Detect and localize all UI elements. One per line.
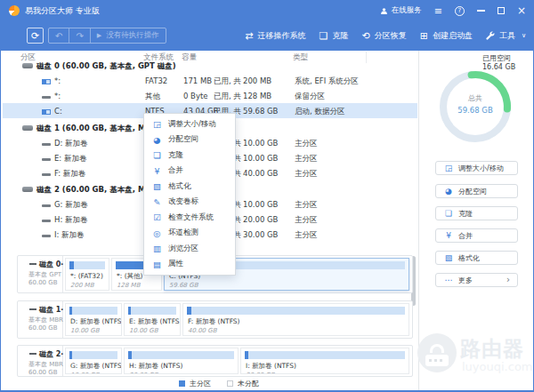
drive-icon <box>29 308 36 310</box>
table-row[interactable]: *:FAT32 171 MB已用, 共 200 MB系统, EFI 系统分区 <box>3 73 417 88</box>
close-button[interactable]: × <box>517 6 526 15</box>
more-button[interactable]: ⋯ 更多 › <box>435 273 518 287</box>
tools-label: 工具 <box>499 30 515 42</box>
person-icon <box>380 7 388 15</box>
diskmap-partition[interactable]: H: 新加卷 (NTFS) 20.00 GB <box>124 348 239 374</box>
allocate-space-icon: ◕ <box>152 135 162 145</box>
tools-button[interactable]: 工具 ∨ <box>486 30 526 42</box>
partition-recovery-button[interactable]: ⟲ 分区恢复 <box>361 30 406 42</box>
migrate-os-label: 迁移操作系统 <box>258 30 306 42</box>
donut-center-text: 总共 59.68 GB <box>435 93 515 115</box>
merge-icon: ¥ <box>152 166 162 176</box>
app-logo-icon <box>9 5 20 16</box>
clone-icon: ❏ <box>444 209 453 218</box>
minimize-button[interactable] <box>477 10 485 12</box>
create-boot-disk-button[interactable]: ⊞ 创建启动盘 <box>420 30 473 42</box>
partition-icon <box>42 79 51 84</box>
format-icon: ▧ <box>444 253 453 262</box>
more-icon: ⋯ <box>444 276 453 284</box>
migrate-os-button[interactable]: ⇄ 迁移操作系统 <box>245 30 305 42</box>
migrate-os-icon: ⇄ <box>245 30 253 42</box>
execute-operations-button[interactable]: ▶ 没有待执行操作 <box>90 28 166 43</box>
allocate-space-button[interactable]: ◕ 分配空间 <box>435 184 518 198</box>
redo-button[interactable]: ↷ <box>69 28 89 43</box>
clone-icon: ❏ <box>152 150 162 160</box>
format-icon: ▧ <box>152 181 162 191</box>
maximize-button[interactable] <box>498 7 505 14</box>
partition-icon <box>42 173 51 176</box>
allocate-space-icon: ◕ <box>444 187 453 196</box>
disk0-label: 磁盘 0· 基本盘 GPT 60.00 GB <box>18 256 63 292</box>
merge-button[interactable]: ¥ 合并 <box>435 228 518 243</box>
diskmap-partition[interactable]: E: 新加卷 (NTFS) 10.00 GB <box>124 303 181 336</box>
clone-toolbar-button[interactable]: ❏ 克隆 <box>320 30 349 42</box>
help-icon[interactable]: ? <box>455 6 465 16</box>
disk-group-row[interactable]: 磁盘 0 (60.00 GB, 基本盘, GPT 磁盘) <box>3 58 417 73</box>
diskmap-partition[interactable]: G: 新加卷 (NTFS) 10.00 GB <box>65 348 122 374</box>
watermark-title: 路由器 <box>460 335 524 363</box>
refresh-button[interactable]: ⟳ <box>27 28 44 44</box>
menu-item-clone[interactable]: ❏克隆 <box>144 148 235 164</box>
menu-item-merge[interactable]: ¥合并 <box>144 164 235 180</box>
online-service-button[interactable]: 在线服务 <box>380 5 422 16</box>
diskmap-disk2: 磁盘 2· 基本盘 MBR 60.00 GB G: 新加卷 (NTFS) 10.… <box>17 345 413 377</box>
menu-item-browse-partition[interactable]: ▥浏览分区 <box>144 241 235 257</box>
properties-icon: ▤ <box>152 260 162 269</box>
partition-recovery-label: 分区恢复 <box>375 30 407 42</box>
refresh-icon: ⟳ <box>31 30 39 42</box>
disk-icon <box>22 63 33 68</box>
diskmap-partition[interactable]: I: 新加卷 (NTFS) 30.00 GB <box>240 348 409 374</box>
partition-icon <box>42 204 51 207</box>
table-row[interactable]: *:其他 0 Byte已用, 共 128 MB保留分区 <box>3 88 417 103</box>
check-filesystem-icon: ☑ <box>152 212 162 222</box>
menu-item-check-filesystem[interactable]: ☑检查文件系统 <box>144 210 235 226</box>
clone-button[interactable]: ❏ 克隆 <box>435 206 518 220</box>
pending-operations-label: 没有待执行操作 <box>106 30 159 41</box>
disk1-label: 磁盘 1· 基本盘 MBR 60.00 GB <box>18 301 63 338</box>
diskmap-legend: 主分区 未分配 <box>179 379 259 388</box>
disk-icon <box>22 187 33 192</box>
partition-recovery-icon: ⟲ <box>361 30 369 42</box>
primary-partition-swatch <box>179 380 185 387</box>
toolbar: ⟳ ↶ ↷ ▶ 没有待执行操作 ⇄ 迁移操作系统 ❏ 克隆 ⟲ 分区恢复 <box>1 20 533 51</box>
create-boot-disk-icon: ⊞ <box>420 30 428 42</box>
menu-item-format[interactable]: ▧格式化 <box>144 179 235 195</box>
partition-icon <box>42 158 51 161</box>
pending-operations-group: ↶ ↷ ▶ 没有待执行操作 <box>48 28 166 44</box>
diskmap-partition[interactable]: *: (FAT32) 200 MB <box>65 258 109 291</box>
clone-label: 克隆 <box>332 30 348 42</box>
app-title: 易我分区大师 专业版 <box>25 5 100 17</box>
app-window: 易我分区大师 专业版 在线服务 ≡ ? × ⟳ ↶ ↷ ▶ 没有待执行操作 <box>0 0 534 392</box>
menu-item-allocate-space[interactable]: ◕分配空间 <box>144 132 235 148</box>
menu-item-change-label[interactable]: ✎改变卷标 <box>144 195 235 211</box>
disk-icon <box>22 125 33 131</box>
disk-group-label: 磁盘 0 (60.00 GB, 基本盘, GPT 磁盘) <box>36 61 176 72</box>
play-icon: ▶ <box>97 32 101 39</box>
clone-icon: ❏ <box>320 30 328 42</box>
menu-item-resize-move[interactable]: ◲调整大小/移动 <box>144 116 235 132</box>
format-button[interactable]: ▧ 格式化 <box>435 251 518 265</box>
diskmap-disk1: 磁盘 1· 基本盘 MBR 60.00 GB D: 新加卷 (NTFS) 10.… <box>17 300 413 339</box>
unallocated-swatch <box>227 380 233 387</box>
partition-icon <box>42 96 51 99</box>
menu-icon[interactable]: ≡ <box>434 5 442 17</box>
partition-icon <box>42 109 51 115</box>
undo-button[interactable]: ↶ <box>49 28 69 43</box>
context-menu: ◲调整大小/移动 ◕分配空间 ❏克隆 ¥合并 ▧格式化 ✎改变卷标 ☑检查文件系… <box>143 113 236 276</box>
diskmap-partition[interactable]: F: 新加卷 (NTFS) 40.00 GB <box>182 303 409 336</box>
panel-divider <box>418 51 419 390</box>
chevron-down-icon: ∨ <box>522 32 526 39</box>
watermark: 路由器 luyouqi.com <box>417 328 533 383</box>
menu-item-properties[interactable]: ▤属性 <box>144 257 235 273</box>
merge-icon: ¥ <box>444 231 453 240</box>
resize-move-button[interactable]: ◲ 调整大小/移动 <box>435 161 518 175</box>
router-icon <box>417 333 457 372</box>
change-label-icon: ✎ <box>152 197 162 207</box>
partition-icon <box>42 235 51 237</box>
menu-item-surface-test[interactable]: ◎坏道检测 <box>144 226 235 242</box>
undo-icon: ↶ <box>55 31 62 41</box>
diskmap-partition[interactable]: D: 新加卷 (NTFS) 10.00 GB <box>65 303 122 336</box>
wrench-icon <box>486 31 495 40</box>
drive-icon <box>29 263 36 265</box>
create-boot-disk-label: 创建启动盘 <box>433 30 473 42</box>
